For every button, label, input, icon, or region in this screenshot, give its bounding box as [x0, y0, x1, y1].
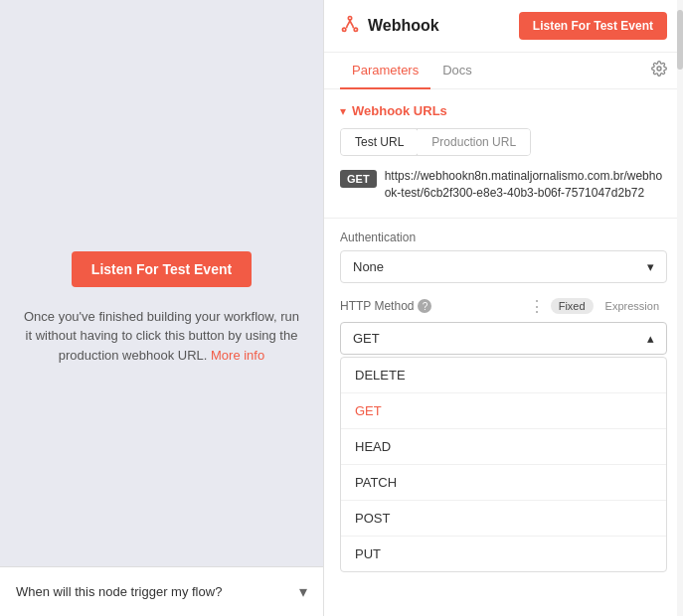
tab-parameters[interactable]: Parameters [340, 53, 430, 89]
listen-test-event-button-left[interactable]: Listen For Test Event [72, 251, 252, 287]
url-tabs: Test URL Production URL [340, 128, 531, 156]
settings-gear-icon[interactable] [651, 61, 667, 80]
chevron-down-icon: ▾ [299, 582, 307, 601]
url-row: GET https://webhookn8n.matinaljornalismo… [340, 168, 667, 202]
method-chevron-up-icon: ▴ [647, 331, 654, 346]
fixed-expression-toggle: Fixed Expression [551, 298, 667, 314]
webhook-urls-title: Webhook URLs [352, 103, 447, 118]
option-get[interactable]: GET [341, 393, 666, 429]
expression-toggle[interactable]: Expression [598, 298, 667, 314]
tabs-bar: Parameters Docs [324, 53, 683, 89]
production-url-tab[interactable]: Production URL [418, 129, 530, 155]
svg-point-1 [343, 28, 346, 31]
authentication-label: Authentication [340, 231, 667, 244]
option-put[interactable]: PUT [341, 537, 666, 571]
auth-chevron-down-icon: ▾ [647, 259, 654, 274]
authentication-value: None [353, 259, 384, 274]
http-method-value: GET [353, 331, 380, 346]
divider [324, 218, 683, 219]
authentication-select[interactable]: None ▾ [340, 250, 667, 283]
panel-content: ▾ Webhook URLs Test URL Production URL G… [324, 89, 683, 616]
left-description: Once you've finished building your workf… [20, 307, 303, 366]
option-post[interactable]: POST [341, 501, 666, 537]
more-options-icon[interactable]: ⋮ [529, 297, 545, 316]
option-patch[interactable]: PATCH [341, 465, 666, 501]
panel-title: Webhook [368, 17, 439, 35]
right-panel: Webhook Listen For Test Event Parameters… [323, 0, 683, 616]
option-head[interactable]: HEAD [341, 429, 666, 465]
collapse-icon[interactable]: ▾ [340, 104, 346, 118]
webhook-icon [340, 14, 360, 39]
http-method-select[interactable]: GET ▴ [340, 322, 667, 355]
panel-header: Webhook Listen For Test Event [324, 0, 683, 53]
svg-point-0 [348, 16, 351, 19]
bottom-trigger-text: When will this node trigger my flow? [16, 584, 222, 599]
webhook-url-text: https://webhookn8n.matinaljornalismo.com… [385, 168, 667, 202]
option-delete[interactable]: DELETE [341, 358, 666, 393]
test-url-tab[interactable]: Test URL [340, 128, 419, 156]
svg-point-3 [657, 67, 661, 71]
panel-title-area: Webhook [340, 14, 439, 39]
svg-point-2 [354, 28, 357, 31]
bottom-trigger-bar[interactable]: When will this node trigger my flow? ▾ [0, 566, 323, 616]
left-panel: Listen For Test Event Once you've finish… [0, 0, 323, 616]
http-method-dropdown: DELETE GET HEAD PATCH POST PUT [340, 357, 667, 572]
info-icon[interactable]: ? [418, 299, 431, 313]
scrollbar-thumb[interactable] [677, 10, 683, 70]
more-info-link[interactable]: More info [211, 348, 264, 363]
method-badge: GET [340, 170, 377, 188]
http-method-label: HTTP Method [340, 299, 414, 313]
http-method-header: HTTP Method ? ⋮ Fixed Expression [340, 297, 667, 316]
tab-docs[interactable]: Docs [430, 53, 484, 89]
scrollbar[interactable] [677, 0, 683, 616]
http-method-label-area: HTTP Method ? [340, 299, 431, 313]
listen-test-event-button-right[interactable]: Listen For Test Event [519, 12, 667, 40]
webhook-urls-section-header: ▾ Webhook URLs [340, 103, 667, 118]
fixed-toggle[interactable]: Fixed [551, 298, 594, 314]
